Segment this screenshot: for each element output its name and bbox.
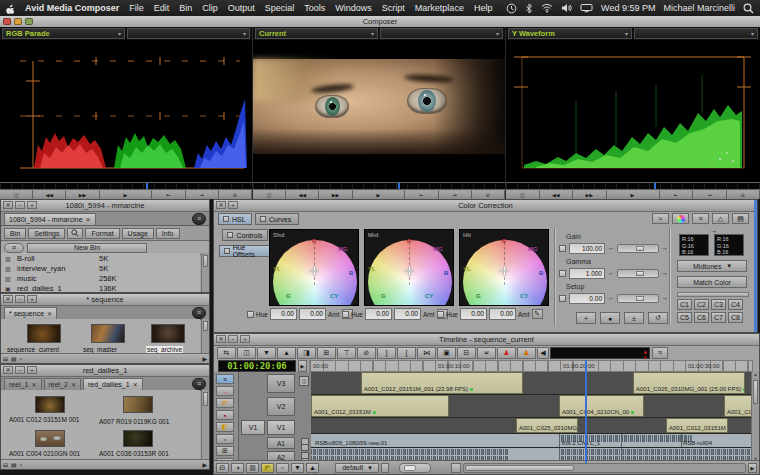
decrement-icon[interactable]: ←: [608, 244, 615, 251]
enable-checkbox[interactable]: [437, 311, 444, 318]
menu-marketplace[interactable]: Marketplace: [415, 3, 464, 13]
clip-label[interactable]: A007 R019 0119KG 001: [99, 418, 169, 425]
new-bin-button[interactable]: New Bin: [27, 243, 147, 253]
dual-split-button[interactable]: ◫: [253, 190, 286, 199]
menu-edit[interactable]: Edit: [154, 3, 170, 13]
c8-button[interactable]: C8: [728, 312, 743, 323]
tab-reel-1[interactable]: reel_1 ✕: [4, 378, 42, 390]
c6-button[interactable]: C6: [694, 312, 709, 323]
active-window-edge[interactable]: [754, 200, 757, 332]
fast-forward-button[interactable]: ▶▶: [573, 190, 607, 199]
tab-enable-checkbox[interactable]: [260, 216, 266, 222]
menu-script[interactable]: Script: [382, 3, 405, 13]
cc-titlebar[interactable]: ✕ + Color Correction: [214, 200, 757, 212]
timeline-clip[interactable]: A001_C004_0210CN_00: [559, 395, 644, 417]
timeline-hscrollbar[interactable]: [463, 463, 746, 473]
timeline-clip[interactable]: A001_C012_03151M: [666, 418, 728, 433]
lift-icon[interactable]: [: [397, 347, 416, 359]
close-icon[interactable]: ✕: [71, 381, 76, 388]
close-icon[interactable]: ✕: [3, 366, 13, 374]
next-edit-button[interactable]: ⇥: [186, 190, 219, 199]
previous-edit-button[interactable]: ⇤: [405, 190, 438, 199]
timeline-zoom-slider[interactable]: [399, 463, 431, 473]
slider-thumb[interactable]: [636, 246, 644, 251]
sequence-thumbnail[interactable]: [91, 324, 125, 343]
gamma-enable-checkbox[interactable]: [559, 270, 566, 277]
decrement-icon[interactable]: ←: [608, 269, 615, 276]
video-quality-toggle-icon[interactable]: ◩: [261, 463, 274, 473]
sequence-scrollbar[interactable]: [201, 319, 209, 354]
quick-transition-icon[interactable]: ⊤: [337, 347, 356, 359]
close-icon[interactable]: ✕: [3, 295, 13, 303]
enable-checkbox[interactable]: [247, 311, 254, 318]
fast-forward-button[interactable]: ▶▶: [66, 190, 99, 199]
subtab-enable-checkbox[interactable]: [224, 248, 230, 254]
menubar-clock[interactable]: Wed 9:59 PM: [601, 3, 655, 13]
app-menu-title[interactable]: Avid Media Composer: [25, 3, 119, 13]
gain-enable-checkbox[interactable]: [559, 245, 566, 252]
play-button[interactable]: ▶: [607, 190, 660, 199]
bluetooth-icon[interactable]: [525, 3, 533, 14]
bin-fast-menu-button[interactable]: ≡: [192, 307, 206, 319]
expand-icon[interactable]: +: [240, 335, 250, 343]
position-indicator[interactable]: [398, 183, 400, 189]
hue-value-field[interactable]: 0.00: [270, 308, 297, 320]
extract-icon[interactable]: ]: [377, 347, 396, 359]
segment-overwrite-icon[interactable]: →: [216, 386, 234, 396]
remove-effect-icon[interactable]: ⊘: [357, 347, 376, 359]
close-icon[interactable]: ✕: [216, 335, 226, 343]
gamma-slider[interactable]: [617, 269, 659, 278]
wheel-center-marker[interactable]: [405, 266, 414, 275]
timeline-view-dropdown[interactable]: default ▾: [335, 463, 379, 473]
slider-thumb[interactable]: [636, 271, 644, 276]
clip-label[interactable]: A001 C004 0210GN 001: [9, 450, 80, 457]
keyframe-mode-icon[interactable]: ♟: [517, 347, 536, 359]
scroll-up-icon[interactable]: ▲: [752, 372, 759, 377]
event-list-icon[interactable]: ≡: [692, 213, 709, 224]
source-selector-dropdown[interactable]: ▾: [634, 28, 758, 39]
sequence-clip-label[interactable]: sequence_current: [7, 346, 59, 353]
bin-tab[interactable]: 1080i_5994 - mmarcine ✕: [4, 213, 96, 225]
timeline-clip[interactable]: A001_C012_03151M: [311, 395, 449, 417]
bin-fast-menu-button[interactable]: ≡: [192, 378, 206, 390]
scroll-right-icon[interactable]: ▶: [748, 463, 757, 473]
increment-icon[interactable]: →: [661, 244, 668, 251]
match-color-button[interactable]: Match Color: [677, 276, 747, 288]
wheel-center-marker[interactable]: [500, 266, 509, 275]
decrement-icon[interactable]: ←: [608, 294, 615, 301]
spotlight-search-icon[interactable]: [743, 3, 754, 14]
mute-button[interactable]: [301, 444, 309, 451]
no-video-button[interactable]: ⊘: [219, 190, 252, 199]
mark-in-icon[interactable]: ▼: [257, 347, 276, 359]
position-bar[interactable]: [0, 182, 252, 190]
list-item[interactable]: ▥ music 258K: [1, 273, 200, 283]
bin-fast-menu-icon[interactable]: ≡: [4, 243, 24, 253]
pages-icon[interactable]: ▤: [732, 213, 749, 224]
search-icon[interactable]: [67, 228, 83, 239]
gain-slider[interactable]: [617, 244, 659, 253]
overwrite-icon[interactable]: ⋈: [417, 347, 436, 359]
midtones-dropdown[interactable]: Midtones ▾: [677, 260, 747, 272]
toggle-source-record-icon[interactable]: ⇆: [217, 347, 236, 359]
tab-usage[interactable]: Usage: [122, 228, 154, 239]
sequence-window-titlebar[interactable]: ✕ − + * sequence: [1, 294, 209, 306]
position-bar[interactable]: [253, 182, 505, 190]
record-track-a1[interactable]: A1: [267, 437, 295, 449]
setup-value-field[interactable]: 0.00: [569, 293, 605, 304]
track-lane-v1[interactable]: A001_C025_0310MG A001_C012_03151M: [311, 418, 751, 434]
dual-split-button[interactable]: ◫: [0, 190, 33, 199]
c4-button[interactable]: C4: [728, 299, 743, 310]
close-icon[interactable]: ✕: [133, 381, 138, 388]
menu-help[interactable]: Help: [474, 3, 493, 13]
sequence-thumbnail[interactable]: [151, 324, 185, 343]
add-edit-icon[interactable]: ⊞: [317, 347, 336, 359]
enable-checkbox[interactable]: [342, 311, 349, 318]
record-icon[interactable]: ▪: [216, 410, 234, 420]
position-indicator[interactable]: [654, 183, 656, 189]
clip-label[interactable]: A001 C012 03151M 001: [9, 416, 79, 423]
expand-icon[interactable]: +: [27, 366, 37, 374]
expand-icon[interactable]: +: [27, 201, 37, 209]
menu-file[interactable]: File: [129, 3, 144, 13]
timeline-clip[interactable]: A001_C012_03151M_001 (23.98 FPS): [361, 372, 523, 394]
effect-mode-icon[interactable]: ≍: [477, 347, 496, 359]
